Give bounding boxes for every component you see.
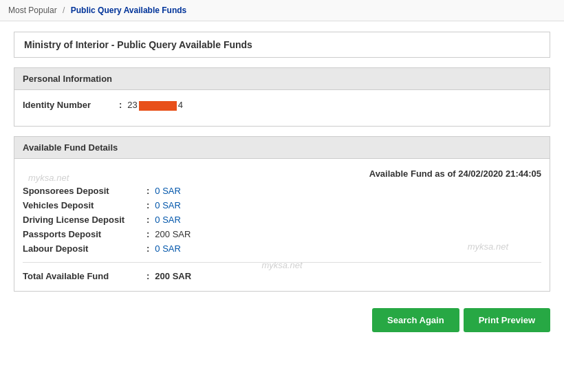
vehicles-deposit-colon: : (147, 200, 149, 210)
passports-deposit-row: Passports Deposit : 200 SAR (23, 229, 541, 239)
page-title-box: Ministry of Interior - Public Query Avai… (14, 32, 550, 58)
vehicles-deposit-row: Vehicles Deposit : 0 SAR (23, 200, 541, 210)
sponsorees-deposit-row: Sponsorees Deposit : 0 SAR (23, 186, 541, 196)
breadcrumb-separator: / (63, 6, 65, 15)
driving-license-deposit-value: 0 SAR (155, 215, 181, 225)
labour-deposit-value: 0 SAR (155, 243, 181, 254)
personal-info-header: Personal Information (14, 68, 550, 90)
total-row: Total Available Fund : 200 SAR (23, 271, 541, 281)
total-colon: : (147, 271, 149, 281)
total-label: Total Available Fund (23, 271, 147, 281)
driving-license-deposit-label: Driving License Deposit (23, 215, 147, 225)
labour-deposit-row: Labour Deposit : 0 SAR (23, 243, 541, 254)
section-divider (23, 262, 541, 263)
labour-deposit-label: Labour Deposit (23, 243, 147, 254)
personal-info-section: Personal Information Identity Number : 2… (14, 67, 550, 127)
passports-deposit-value: 200 SAR (155, 229, 191, 239)
fund-details-body: myksa.net myksa.net Available Fund as of… (14, 159, 550, 291)
sponsorees-deposit-colon: : (147, 186, 149, 196)
search-again-button[interactable]: Search Again (372, 308, 459, 332)
driving-license-deposit-colon: : (147, 215, 149, 225)
personal-info-body: Identity Number : 234 (14, 90, 550, 126)
identity-redacted (139, 101, 177, 111)
vehicles-deposit-label: Vehicles Deposit (23, 200, 147, 210)
fund-details-header: Available Fund Details (14, 137, 550, 159)
identity-number-row: Identity Number : 234 (23, 100, 541, 111)
vehicles-deposit-value: 0 SAR (155, 200, 181, 210)
identity-suffix: 4 (178, 100, 183, 110)
driving-license-deposit-row: Driving License Deposit : 0 SAR (23, 215, 541, 225)
breadcrumb-current: Public Query Available Funds (71, 6, 187, 15)
breadcrumb-most-popular[interactable]: Most Popular (8, 6, 57, 15)
passports-deposit-label: Passports Deposit (23, 229, 147, 239)
breadcrumb: Most Popular / Public Query Available Fu… (0, 0, 564, 21)
total-value: 200 SAR (155, 271, 191, 281)
identity-number-label: Identity Number (23, 100, 119, 110)
identity-value: 234 (127, 100, 183, 111)
print-preview-button[interactable]: Print Preview (464, 308, 550, 332)
buttons-area: Search Again Print Preview (14, 301, 550, 339)
identity-prefix: 23 (127, 100, 137, 110)
identity-colon: : (119, 100, 122, 110)
sponsorees-deposit-label: Sponsorees Deposit (23, 186, 147, 196)
fund-date: Available Fund as of 24/02/2020 21:44:05 (23, 168, 541, 179)
page-title: Ministry of Interior - Public Query Avai… (24, 39, 540, 50)
labour-deposit-colon: : (147, 243, 149, 254)
passports-deposit-colon: : (147, 229, 149, 239)
main-container: Ministry of Interior - Public Query Avai… (0, 21, 564, 349)
sponsorees-deposit-value: 0 SAR (155, 186, 181, 196)
fund-table: Sponsorees Deposit : 0 SAR Vehicles Depo… (23, 186, 541, 254)
fund-details-section: Available Fund Details myksa.net myksa.n… (14, 136, 550, 292)
